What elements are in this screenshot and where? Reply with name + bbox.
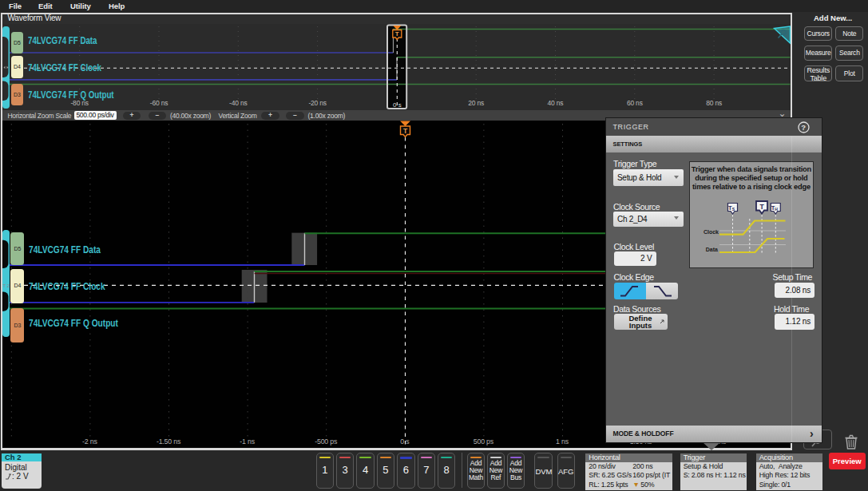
svg-text:-80 ns: -80 ns bbox=[70, 99, 88, 107]
svg-text:20 ns: 20 ns bbox=[468, 99, 484, 107]
svg-text:T: T bbox=[402, 127, 407, 135]
svg-text:T 2: T 2 bbox=[2, 283, 10, 288]
svg-text:-20 ns: -20 ns bbox=[308, 99, 326, 107]
svg-text:T: T bbox=[394, 30, 398, 38]
svg-text:0 s: 0 s bbox=[392, 101, 401, 109]
svg-text:Data: Data bbox=[706, 247, 718, 252]
svg-text:40 ns: 40 ns bbox=[547, 99, 563, 107]
svg-text:80 ns: 80 ns bbox=[706, 99, 722, 107]
svg-text:60 ns: 60 ns bbox=[626, 99, 642, 107]
svg-text:?: ? bbox=[801, 123, 806, 132]
svg-text:T: T bbox=[759, 203, 764, 211]
svg-text:-60 ns: -60 ns bbox=[149, 99, 167, 107]
svg-text:-40 ns: -40 ns bbox=[229, 99, 247, 107]
svg-text:Clock: Clock bbox=[704, 229, 719, 235]
